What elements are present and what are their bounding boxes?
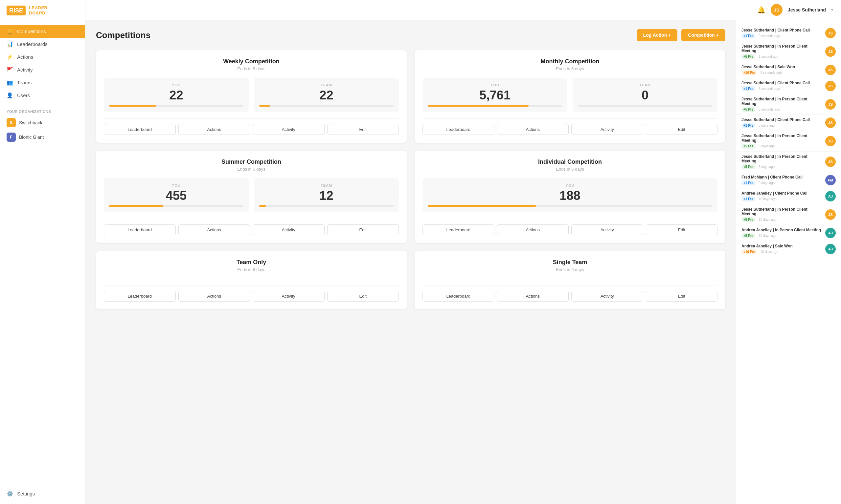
users-icon: 👤 [6,92,13,98]
activity-avatar: JS [825,81,836,91]
sidebar-item-teams[interactable]: 👥 Teams [0,76,85,89]
activity-item: Andrea Janelley | Sale Won +10 Pts 10 da… [736,241,841,257]
activity-person-name: Jesse Sutherland | In Person Client Meet… [741,133,822,143]
log-action-button[interactable]: Log Action + [637,29,678,41]
card-btn-leaderboard[interactable]: Leaderboard [423,224,494,235]
stat-bar-bg [259,205,394,207]
card-title: Single Team [423,259,718,266]
activity-info: Jesse Sutherland | In Person Client Meet… [741,207,822,222]
sidebar-item-leaderboards[interactable]: 📊 Leaderboards [0,38,85,51]
sidebar-item-users[interactable]: 👤 Users [0,89,85,102]
card-subtitle: Ends in 5 days [104,66,399,71]
sidebar-item-activity[interactable]: 🚩 Activity [0,63,85,76]
card-btn-edit[interactable]: Edit [327,291,399,302]
activity-info: Andrea Janelley | In Person Client Meeti… [741,228,822,238]
activity-time: 3 days ago [758,165,775,169]
sidebar-item-competitions[interactable]: 🏆 Competitions [0,25,85,38]
activity-item: Andrea Janelley | In Person Client Meeti… [736,225,841,241]
card-btn-activity[interactable]: Activity [571,291,643,302]
stat-label: TEAM [259,83,394,87]
stat-bar-bg [109,105,243,107]
stat-bar-fill [109,105,156,107]
activity-pts-badge: +1 Pts [741,123,755,128]
stat-value: 22 [259,89,394,102]
actions-icon: ⚡ [6,54,13,60]
activity-info: Jesse Sutherland | In Person Client Meet… [741,44,822,59]
activity-person-name: Fred McMann | Client Phone Call [741,175,822,179]
sidebar-nav: 🏆 Competitions 📊 Leaderboards ⚡ Actions … [0,21,85,106]
card-btn-actions[interactable]: Actions [497,291,569,302]
activity-pts-badge: +1 Pts [741,34,755,38]
activity-person-name: Jesse Sutherland | In Person Client Meet… [741,44,822,53]
activity-pts-badge: +1 Pts [741,197,755,201]
card-title: Weekly Competition [104,58,399,65]
notification-bell-icon[interactable]: 🔔 [757,6,766,14]
activity-time: 0 seconds ago [758,34,780,38]
card-btn-leaderboard[interactable]: Leaderboard [423,124,494,135]
card-btn-activity[interactable]: Activity [253,291,325,302]
sidebar-item-actions[interactable]: ⚡ Actions [0,51,85,63]
card-btn-actions[interactable]: Actions [497,124,569,135]
logo-leaderboard: LEADERBOARD [29,5,47,15]
stat-value: 0 [578,89,712,102]
stat-label: YOU [428,83,562,87]
stat-value: 22 [109,89,243,102]
stat-box-weekly: YOU 22 [104,78,249,112]
card-btn-edit[interactable]: Edit [327,224,399,235]
stat-box-monthly: TEAM 0 [572,78,718,112]
activity-time: 1 second ago [758,55,778,58]
stat-bar-bg [109,205,243,207]
org-item-bionic[interactable]: F Bionic Giant [0,130,85,144]
activity-person-name: Jesse Sutherland | In Person Client Meet… [741,154,822,163]
activity-time: 9 days ago [758,181,775,185]
activity-item: Jesse Sutherland | In Person Client Meet… [736,151,841,172]
activity-info: Jesse Sutherland | In Person Client Meet… [741,97,822,112]
add-competition-button[interactable]: Competition + [681,29,725,41]
card-btn-actions[interactable]: Actions [178,291,250,302]
card-btn-edit[interactable]: Edit [646,291,718,302]
card-btn-leaderboard[interactable]: Leaderboard [104,291,176,302]
card-btn-actions[interactable]: Actions [178,224,250,235]
card-btn-activity[interactable]: Activity [571,224,643,235]
card-title: Monthly Competition [423,58,718,65]
card-subtitle: Ends in 6 days [104,167,399,172]
activity-avatar: JS [825,65,836,75]
chevron-down-icon[interactable]: ▾ [831,7,833,12]
org-item-switchback[interactable]: S Switchback [0,115,85,130]
sidebar-item-label: Actions [17,54,33,60]
activity-person-name: Andrea Janelley | Sale Won [741,244,822,248]
card-btn-edit[interactable]: Edit [646,224,718,235]
stat-value: 5,761 [428,89,562,102]
card-btn-actions[interactable]: Actions [178,124,250,135]
leaderboards-icon: 📊 [6,41,13,47]
activity-pts-badge: +1 Pts [741,180,755,185]
activity-avatar: JS [825,157,836,167]
card-btn-activity[interactable]: Activity [253,124,325,135]
card-btn-leaderboard[interactable]: Leaderboard [104,124,176,135]
competition-card-individual: Individual Competition Ends in 6 days YO… [415,150,725,243]
sidebar-item-settings[interactable]: ⚙️ Settings [0,487,85,500]
activity-time: 3 days ago [758,144,775,148]
card-btn-activity[interactable]: Activity [253,224,325,235]
card-btn-actions[interactable]: Actions [497,224,569,235]
avatar: JS [771,4,783,16]
activity-item: Jesse Sutherland | In Person Client Meet… [736,204,841,225]
card-btn-leaderboard[interactable]: Leaderboard [104,224,176,235]
activity-item: Jesse Sutherland | Sale Won +10 Pts 3 se… [736,62,841,78]
activity-info: Jesse Sutherland | In Person Client Meet… [741,154,822,169]
stat-value: 12 [259,189,394,202]
card-btn-edit[interactable]: Edit [646,124,718,135]
stat-label: YOU [109,183,243,187]
sidebar-item-label: Leaderboards [17,41,48,47]
activity-time: 10 days ago [758,218,777,221]
activity-pts-badge: +5 Pts [741,233,755,238]
card-btn-leaderboard[interactable]: Leaderboard [423,291,494,302]
card-btn-activity[interactable]: Activity [571,124,643,135]
activity-time: 10 days ago [758,197,777,201]
card-title: Team Only [104,259,399,266]
activity-pts-badge: +5 Pts [741,217,755,222]
org-section-label: Your organizations [0,106,85,115]
card-subtitle: Ends in 6 days [423,167,718,172]
card-btn-edit[interactable]: Edit [327,124,399,135]
page-title: Competitions [96,30,151,40]
